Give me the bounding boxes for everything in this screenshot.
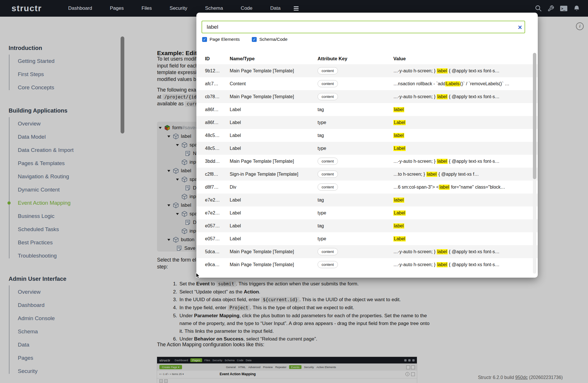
result-row[interactable]: 48c5…Labeltaglabel [196, 129, 538, 142]
highlighted-match: label [437, 94, 448, 99]
filter-schema-code[interactable]: ✓Schema/Code [252, 37, 287, 42]
result-attribute-key: content [318, 261, 393, 268]
column-header-attribute-key: Attribute Key [318, 56, 393, 61]
nav-item-security[interactable]: Security [170, 5, 187, 11]
result-value: …nsaction rollback - `addLabels()` / `re… [393, 81, 538, 86]
filter-label: Schema/Code [259, 37, 287, 42]
attribute-key-badge: content [318, 248, 338, 255]
result-row[interactable]: e057…Labeltaglabel [196, 219, 538, 232]
result-row[interactable]: e7e2…LabeltypeLabel [196, 206, 538, 219]
column-header-value: Value [393, 56, 538, 61]
search-icon[interactable] [535, 5, 542, 12]
highlighted-match: Label [393, 210, 406, 216]
result-attribute-key: content [318, 171, 393, 178]
result-attribute-key: content [318, 93, 393, 100]
clear-search-icon[interactable]: ✕ [516, 23, 524, 32]
result-value: Label [393, 236, 538, 241]
result-name-type: Main Page Template [Template] [230, 159, 318, 164]
result-attribute-key: type [318, 210, 393, 216]
highlighted-match: label [439, 185, 450, 190]
attribute-key-badge: content [318, 158, 338, 165]
result-row[interactable]: a86f…Labeltaglabel [196, 103, 538, 116]
search-filters: ✓Page Elements✓Schema/Code [202, 37, 287, 42]
result-attribute-key: tag [318, 198, 393, 203]
wrench-icon[interactable] [548, 5, 554, 12]
main-nav: DashboardPagesFilesSecuritySchemaCodeDat… [68, 5, 281, 11]
result-row[interactable]: e7e2…Labeltaglabel [196, 194, 538, 206]
nav-item-dashboard[interactable]: Dashboard [68, 5, 92, 11]
result-row[interactable]: 3bdd…Main Page Template [Template]conten… [196, 155, 538, 168]
result-row[interactable]: e9ca…Main Page Template [Template]conten… [196, 258, 538, 271]
filter-page-elements[interactable]: ✓Page Elements [202, 37, 240, 42]
result-row[interactable]: c2f8…Sign-in Page Template [Template]con… [196, 168, 538, 181]
filter-label: Page Elements [210, 37, 240, 42]
highlighted-match: Labels [445, 81, 460, 86]
result-attribute-key: content [318, 248, 393, 255]
result-value: label [393, 198, 538, 203]
result-value: label [393, 223, 538, 229]
highlighted-match: Label [393, 236, 406, 241]
highlighted-match: label [437, 249, 448, 254]
result-id: 3bdd… [205, 159, 230, 164]
result-attribute-key: content [318, 67, 393, 74]
result-name-type: Label [230, 120, 318, 125]
result-row[interactable]: 9b12…Main Page Template [Template]conten… [196, 64, 538, 77]
nav-item-schema[interactable]: Schema [205, 5, 223, 11]
result-name-type: Main Page Template [Template] [230, 262, 318, 267]
nav-item-pages[interactable]: Pages [110, 5, 124, 11]
result-attribute-key: tag [318, 107, 393, 112]
result-name-type: Label [230, 210, 318, 216]
result-id: 9b12… [205, 68, 230, 73]
hamburger-menu-icon[interactable] [294, 6, 299, 11]
structr-app-window: structr DashboardPagesFilesSecuritySchem… [0, 0, 588, 383]
topbar-icons: >_ [535, 5, 580, 12]
result-row[interactable]: d8f7…Divcontent…6 sm:col-span-3"> <label… [196, 181, 538, 194]
result-row[interactable]: e057…LabeltypeLabel [196, 232, 538, 245]
result-name-type: Main Page Template [Template] [230, 249, 318, 254]
result-id: 48c5… [205, 146, 230, 151]
app-logo[interactable]: structr [11, 3, 42, 13]
result-row[interactable]: 5dca…Main Page Template [Template]conten… [196, 245, 538, 258]
result-id: 5dca… [205, 249, 230, 254]
result-row[interactable]: cb78…Main Page Template [Template]conten… [196, 90, 538, 103]
result-name-type: Main Page Template [Template] [230, 68, 318, 73]
result-name-type: Label [230, 223, 318, 229]
result-name-type: Main Page Template [Template] [230, 94, 318, 99]
result-value: …6 sm:col-span-3"> <label for="name" cla… [393, 185, 538, 190]
result-name-type: Content [230, 81, 318, 86]
result-id: e7e2… [205, 210, 230, 216]
result-id: afc7… [205, 81, 230, 86]
checkbox-schema-code[interactable]: ✓ [252, 37, 257, 42]
result-attribute-key: tag [318, 133, 393, 138]
result-name-type: Label [230, 198, 318, 203]
result-name-type: Label [230, 133, 318, 138]
nav-item-files[interactable]: Files [142, 5, 152, 11]
result-id: e9ca… [205, 262, 230, 267]
attribute-key-badge: content [318, 93, 338, 100]
result-row[interactable]: a86f…LabeltypeLabel [196, 116, 538, 129]
result-attribute-key: type [318, 120, 393, 125]
result-id: a86f… [205, 120, 230, 125]
highlighted-match: Label [393, 146, 406, 151]
highlighted-match: Label [393, 120, 406, 125]
bell-icon[interactable] [573, 5, 580, 12]
attribute-key-badge: content [318, 67, 338, 74]
checkbox-page-elements[interactable]: ✓ [202, 37, 207, 42]
results-scrollbar-thumb[interactable] [533, 53, 536, 179]
highlighted-match: label [393, 223, 404, 229]
highlighted-match: label [393, 133, 404, 138]
result-id: e057… [205, 236, 230, 241]
result-attribute-key: tag [318, 223, 393, 229]
terminal-icon[interactable]: >_ [560, 5, 568, 12]
result-id: e057… [205, 223, 230, 229]
svg-text:>_: >_ [561, 7, 566, 11]
column-header-id: ID [205, 56, 230, 61]
nav-item-data[interactable]: Data [270, 5, 281, 11]
result-id: e7e2… [205, 198, 230, 203]
result-row[interactable]: afc7…Contentcontent…nsaction rollback - … [196, 77, 538, 90]
results-scrollbar[interactable] [533, 53, 536, 274]
result-row[interactable]: 48c5…LabeltypeLabel [196, 142, 538, 155]
nav-item-code[interactable]: Code [241, 5, 253, 11]
result-value: Label [393, 120, 538, 125]
search-input[interactable] [202, 21, 525, 33]
